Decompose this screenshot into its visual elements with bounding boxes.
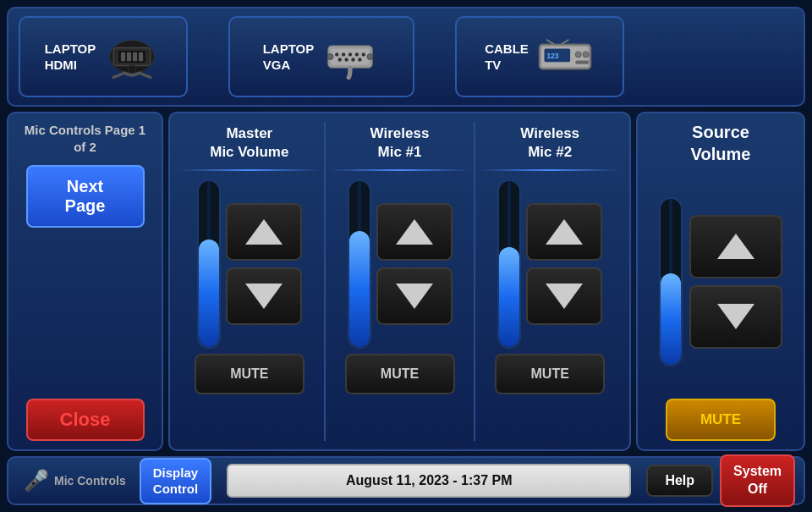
mic-controls-nav-label: Mic Controls xyxy=(54,474,126,487)
master-mic-channel: MasterMic Volume MUTE xyxy=(178,122,321,441)
wireless-mic-1-vol-up-button[interactable] xyxy=(376,203,453,261)
svg-point-20 xyxy=(367,54,373,60)
svg-rect-27 xyxy=(575,60,589,63)
master-mic-fader[interactable] xyxy=(197,179,221,349)
wireless-mic-2-mute-button[interactable]: MUTE xyxy=(495,354,605,394)
master-mic-mute-button[interactable]: MUTE xyxy=(195,354,304,394)
source-volume-up-button[interactable] xyxy=(689,215,782,278)
svg-point-16 xyxy=(345,58,348,61)
wireless-mic-1-controls xyxy=(329,179,471,349)
middle-panel: Mic Controls Page 1 of 2 Next Page Close… xyxy=(7,112,805,451)
source-volume-down-button[interactable] xyxy=(689,285,782,349)
master-mic-vol-buttons xyxy=(226,203,302,325)
svg-rect-9 xyxy=(332,48,370,64)
master-mic-divider xyxy=(178,169,321,171)
system-off-label: SystemOff xyxy=(733,463,782,498)
mic-controls-page-label: Mic Controls Page 1 of 2 xyxy=(17,122,153,155)
channel-sep-2 xyxy=(474,122,475,441)
svg-point-19 xyxy=(327,54,333,60)
wireless-mic-2-vol-buttons xyxy=(526,203,602,325)
wireless-mic-2-divider xyxy=(479,169,621,171)
svg-point-25 xyxy=(575,52,581,58)
master-mic-controls xyxy=(178,179,321,349)
svg-rect-6 xyxy=(139,52,143,62)
source-volume-label: SourceVolume xyxy=(691,122,751,164)
svg-point-14 xyxy=(362,52,365,56)
svg-point-13 xyxy=(355,52,359,56)
display-control-button[interactable]: DisplayControl xyxy=(140,458,211,504)
master-mic-fader-fill xyxy=(199,239,219,347)
svg-point-10 xyxy=(335,52,338,56)
svg-point-17 xyxy=(352,58,355,61)
vga-cable-icon xyxy=(321,31,380,82)
mic-icon: 🎤 xyxy=(24,469,49,493)
svg-rect-5 xyxy=(133,52,137,62)
svg-rect-4 xyxy=(127,52,131,62)
display-control-label: DisplayControl xyxy=(153,465,198,498)
mic-controls-nav-button[interactable]: 🎤 Mic Controls xyxy=(17,464,133,498)
source-vol-up-arrow-icon xyxy=(717,234,754,259)
wireless-mic-1-mute-button[interactable]: MUTE xyxy=(345,354,455,394)
source-laptop-hdmi-button[interactable]: LAPTOP HDMI xyxy=(19,16,188,97)
svg-line-28 xyxy=(546,40,554,44)
wireless-mic-2-channel: WirelessMic #2 MUTE xyxy=(479,122,621,441)
laptop-vga-label-line2: VGA xyxy=(263,57,315,74)
wireless-mic-1-vol-buttons xyxy=(376,203,453,325)
datetime-text: August 11, 2023 - 1:37 PM xyxy=(346,473,513,488)
svg-rect-7 xyxy=(129,66,136,74)
svg-point-18 xyxy=(358,58,361,61)
source-cable-tv-button[interactable]: CABLE TV 123 xyxy=(455,16,624,97)
source-volume-buttons xyxy=(689,215,782,349)
laptop-vga-label-line1: LAPTOP xyxy=(263,41,315,58)
svg-line-29 xyxy=(561,40,568,44)
master-mic-label: MasterMic Volume xyxy=(210,122,288,164)
svg-point-15 xyxy=(338,58,342,61)
source-volume-controls xyxy=(659,171,782,392)
master-mic-vol-up-button[interactable] xyxy=(226,203,302,261)
left-nav-panel: Mic Controls Page 1 of 2 Next Page Close xyxy=(7,112,163,451)
wireless-mic-2-vol-down-button[interactable] xyxy=(526,267,602,325)
svg-rect-3 xyxy=(121,52,125,62)
svg-point-11 xyxy=(342,52,345,56)
close-button[interactable]: Close xyxy=(26,399,145,441)
wireless-mic-1-fader[interactable] xyxy=(348,179,371,349)
wireless-mic-1-vol-down-button[interactable] xyxy=(376,267,453,325)
source-volume-fader-fill xyxy=(661,273,681,365)
wireless-mic-1-fader-fill xyxy=(349,231,370,347)
master-mic-vol-down-button[interactable] xyxy=(226,267,302,325)
cable-tv-label-line1: CABLE xyxy=(485,41,529,58)
wireless-mic-1-label: WirelessMic #1 xyxy=(370,122,430,164)
bottom-bar: 🎤 Mic Controls DisplayControl August 11,… xyxy=(7,456,805,505)
hdmi-cable-icon xyxy=(102,31,162,82)
next-page-button[interactable]: Next Page xyxy=(26,165,145,228)
svg-point-12 xyxy=(348,52,352,56)
datetime-display: August 11, 2023 - 1:37 PM xyxy=(227,464,631,498)
wireless-mic-2-fader[interactable] xyxy=(497,179,521,349)
channels-panel: MasterMic Volume MUTE WirelessM xyxy=(168,112,631,451)
laptop-hdmi-label-line2: HDMI xyxy=(45,57,96,74)
source-laptop-vga-button[interactable]: LAPTOP VGA xyxy=(228,16,414,97)
wireless-mic-1-divider xyxy=(329,169,471,171)
source-volume-mute-button[interactable]: MUTE xyxy=(666,399,776,441)
wireless-mic-2-label: WirelessMic #2 xyxy=(520,122,579,164)
source-volume-fader[interactable] xyxy=(659,197,683,366)
channel-sep-1 xyxy=(324,122,326,441)
svg-point-26 xyxy=(583,52,589,58)
wireless-mic-2-controls xyxy=(479,179,621,349)
laptop-hdmi-label-line1: LAPTOP xyxy=(45,41,96,58)
wireless-mic-2-vol-up-button[interactable] xyxy=(526,203,602,261)
wireless-mic-1-channel: WirelessMic #1 MUTE xyxy=(329,122,471,441)
cable-tv-icon: 123 xyxy=(535,36,595,78)
svg-text:123: 123 xyxy=(546,52,559,60)
source-vol-down-arrow-icon xyxy=(717,304,754,329)
system-off-button[interactable]: SystemOff xyxy=(720,454,795,507)
help-button[interactable]: Help xyxy=(646,465,713,497)
cable-tv-label-line2: TV xyxy=(485,57,529,74)
wireless-mic-2-fader-fill xyxy=(499,247,519,347)
source-volume-panel: SourceVolume MUTE xyxy=(636,112,805,451)
source-bar: LAPTOP HDMI LAPTOP VGA xyxy=(7,7,805,107)
